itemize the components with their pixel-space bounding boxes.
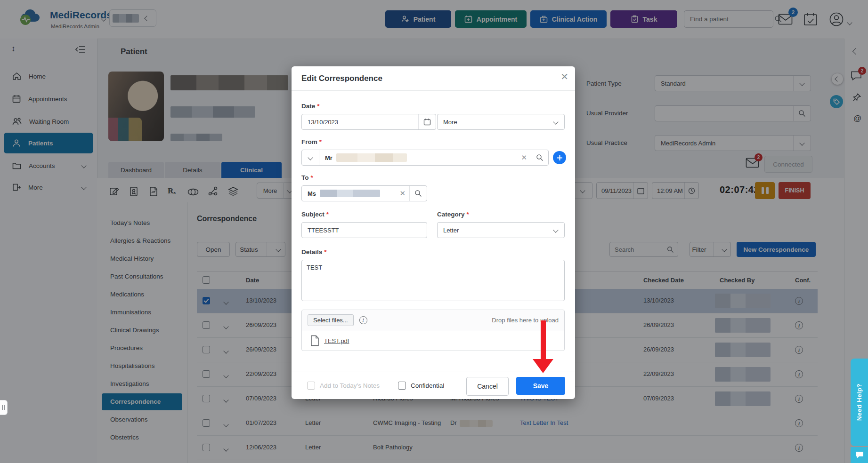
from-field[interactable]: Mr ✕ — [301, 150, 549, 166]
to-search-icon[interactable] — [409, 186, 427, 201]
uploaded-file-row: TEST.pdf — [302, 330, 564, 346]
details-label: Details* — [301, 248, 327, 255]
subject-label: Subject* — [301, 211, 329, 218]
select-files-button[interactable]: Select files... — [308, 314, 354, 326]
from-label: From* — [301, 138, 322, 145]
drop-files-text: Drop files here to upload — [492, 317, 559, 324]
need-help-label: Need Help? — [856, 383, 863, 421]
from-clear-icon[interactable]: ✕ — [517, 153, 531, 162]
to-clear-icon[interactable]: ✕ — [396, 189, 409, 198]
subject-value: TTEESSTT — [302, 227, 427, 234]
to-label: To* — [301, 174, 313, 181]
edit-correspondence-modal: Edit Correspondence ✕ Date* 13/10/2023 M… — [292, 66, 575, 399]
upload-info-icon[interactable]: ! — [359, 316, 367, 324]
date-more-select[interactable]: More — [437, 114, 565, 130]
uploaded-file-link[interactable]: TEST.pdf — [324, 337, 349, 344]
add-contact-button[interactable] — [553, 151, 566, 164]
close-icon[interactable]: ✕ — [560, 72, 568, 81]
date-label: Date* — [301, 103, 320, 110]
app-root: MediRecords MediRecords Admin Patient Ap… — [0, 0, 868, 463]
calendar-icon[interactable] — [418, 114, 436, 129]
to-value: Ms — [308, 190, 316, 197]
category-select[interactable]: Letter — [437, 222, 565, 238]
from-value: Mr — [325, 154, 333, 161]
from-dropdown-chevron[interactable] — [302, 150, 319, 165]
confidential-label: Confidential — [411, 382, 444, 389]
annotation-arrow — [541, 320, 546, 360]
to-redacted-block — [320, 190, 380, 197]
save-button[interactable]: Save — [516, 377, 565, 395]
file-icon — [310, 335, 319, 346]
subject-field[interactable]: TTEESSTT — [301, 222, 427, 238]
details-textarea[interactable]: TEST — [301, 260, 565, 301]
category-value: Letter — [438, 227, 547, 234]
add-to-notes-label: Add to Today's Notes — [320, 382, 380, 389]
need-help-tab[interactable]: Need Help? — [851, 359, 868, 446]
modal-title: Edit Correspondence — [301, 74, 382, 83]
file-upload-box: Select files... ! Drop files here to upl… — [301, 310, 565, 351]
add-to-notes-checkbox[interactable] — [307, 382, 315, 390]
help-chat-icon[interactable] — [851, 447, 868, 463]
left-edge-handle[interactable] — [0, 400, 8, 415]
date-more-value: More — [438, 119, 547, 126]
date-value: 13/10/2023 — [302, 119, 418, 126]
modal-divider — [292, 90, 575, 91]
upload-header: Select files... ! Drop files here to upl… — [302, 310, 564, 330]
category-label: Category* — [437, 211, 469, 218]
to-field[interactable]: Ms ✕ — [301, 185, 427, 201]
confidential-checkbox[interactable] — [398, 382, 406, 390]
modal-footer: Add to Today's Notes Confidential Cancel… — [292, 372, 575, 399]
from-search-icon[interactable] — [531, 150, 548, 165]
date-field[interactable]: 13/10/2023 — [301, 114, 436, 130]
from-redacted-block — [336, 153, 407, 162]
cancel-button[interactable]: Cancel — [466, 377, 509, 396]
annotation-arrow-head — [533, 359, 553, 373]
